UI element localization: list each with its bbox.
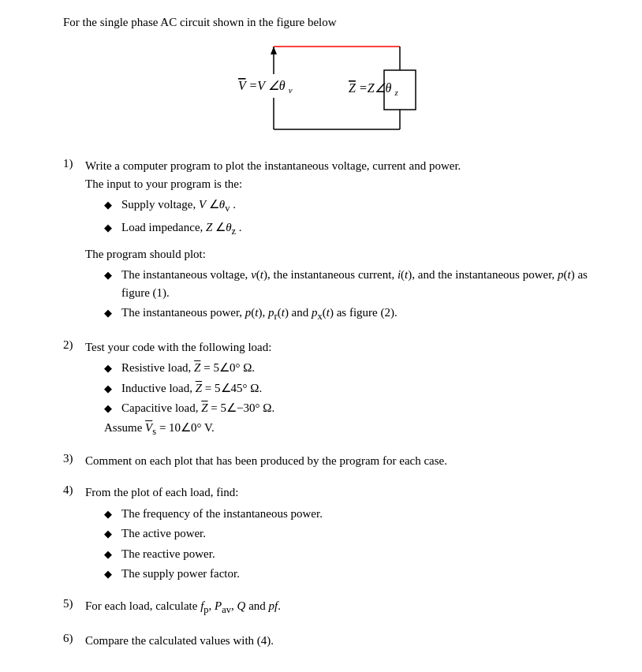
q6-num: 6) — [63, 632, 85, 645]
list-item: ◆ Resistive load, Z = 5∠0° Ω. — [104, 359, 595, 377]
bullet-text: The instantaneous power, p(t), pr(t) and… — [121, 304, 595, 324]
list-item: ◆ Load impedance, Z ∠θz . — [104, 218, 595, 239]
circuit-diagram: V =V ∠θ v Z =Z∠θ z — [63, 39, 595, 141]
q4-bullets: ◆ The frequency of the instantaneous pow… — [104, 505, 595, 583]
bullet-icon: ◆ — [104, 401, 118, 416]
q6-text: Compare the calculated values with (4). — [85, 632, 595, 650]
q2-bullets: ◆ Resistive load, Z = 5∠0° Ω. ◆ Inductiv… — [104, 359, 595, 417]
q1-text: Write a computer program to plot the ins… — [85, 157, 595, 192]
list-item: ◆ The active power. — [104, 525, 595, 543]
bullet-icon: ◆ — [104, 220, 118, 236]
questions-container: 1) Write a computer program to plot the … — [63, 157, 595, 649]
bullet-text: The frequency of the instantaneous power… — [121, 505, 595, 523]
list-item: ◆ The frequency of the instantaneous pow… — [104, 505, 595, 523]
q1-extra-intro: The program should plot: — [85, 245, 595, 263]
q1-bullets: ◆ Supply voltage, V ∠θv . ◆ Load impedan… — [104, 196, 595, 239]
q2-num: 2) — [63, 338, 85, 352]
intro-text: For the single phase AC circuit shown in… — [63, 16, 595, 29]
bullet-text: Resistive load, Z = 5∠0° Ω. — [121, 359, 595, 377]
q4-text: From the plot of each load, find: — [85, 483, 595, 502]
q3-num: 3) — [63, 452, 85, 465]
q3-text: Comment on each plot that has been produ… — [85, 452, 595, 470]
bullet-icon: ◆ — [104, 526, 118, 542]
bullet-text: The instantaneous voltage, v(t), the ins… — [121, 266, 595, 301]
question-4: 4) From the plot of each load, find: ◆ T… — [63, 483, 595, 583]
bullet-icon: ◆ — [104, 305, 118, 321]
question-5: 5) For each load, calculate fp, Pav, Q a… — [63, 597, 595, 618]
list-item: ◆ The instantaneous power, p(t), pr(t) a… — [104, 304, 595, 324]
q2-text: Test your code with the following load: — [85, 338, 595, 357]
list-item: ◆ Capacitive load, Z = 5∠−30° Ω. — [104, 399, 595, 417]
list-item: ◆ The instantaneous voltage, v(t), the i… — [104, 266, 595, 301]
svg-text:V
       =V ∠θ
      v: V =V ∠θ v — [238, 79, 293, 95]
svg-text:Z
       =Z∠θ
      z: Z =Z∠θ z — [349, 81, 398, 97]
assume-text: Assume Vs = 10∠0° V. — [104, 420, 595, 438]
bullet-icon: ◆ — [104, 381, 118, 397]
bullet-text: Capacitive load, Z = 5∠−30° Ω. — [121, 399, 595, 417]
bullet-icon: ◆ — [104, 360, 118, 376]
bullet-text: Supply voltage, V ∠θv . — [121, 196, 595, 216]
q5-text: For each load, calculate fp, Pav, Q and … — [85, 597, 595, 618]
list-item: ◆ The supply power factor. — [104, 565, 595, 583]
bullet-text: The supply power factor. — [121, 565, 595, 583]
bullet-icon: ◆ — [104, 197, 118, 213]
question-2: 2) Test your code with the following loa… — [63, 338, 595, 438]
bullet-text: Load impedance, Z ∠θz . — [121, 218, 595, 239]
inductive-load-text: Inductive load, Z = 5∠45° Ω. — [121, 379, 595, 398]
bullet-icon: ◆ — [104, 566, 118, 582]
list-item: ◆ Supply voltage, V ∠θv . — [104, 196, 595, 216]
q1-num: 1) — [63, 157, 85, 170]
svg-marker-1 — [271, 47, 277, 54]
q5-num: 5) — [63, 597, 85, 610]
question-1: 1) Write a computer program to plot the … — [63, 157, 595, 324]
q1-extra-bullets: ◆ The instantaneous voltage, v(t), the i… — [104, 266, 595, 324]
q4-num: 4) — [63, 483, 85, 497]
list-item: ◆ Inductive load, Z = 5∠45° Ω. — [104, 379, 595, 398]
bullet-icon: ◆ — [104, 547, 118, 562]
question-3: 3) Comment on each plot that has been pr… — [63, 452, 595, 470]
bullet-icon: ◆ — [104, 267, 118, 283]
bullet-text: The reactive power. — [121, 545, 595, 563]
question-6: 6) Compare the calculated values with (4… — [63, 632, 595, 650]
bullet-icon: ◆ — [104, 506, 118, 522]
list-item: ◆ The reactive power. — [104, 545, 595, 563]
bullet-text: The active power. — [121, 525, 595, 543]
